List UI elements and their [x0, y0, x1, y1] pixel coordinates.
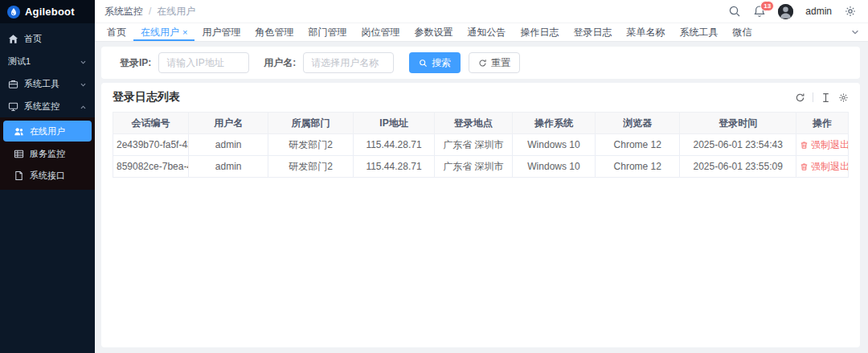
username-cell: admin: [189, 156, 268, 178]
sidebar-item-label: 测试1: [8, 55, 74, 68]
notification-bell-icon[interactable]: 13: [753, 5, 766, 18]
table-header-row: 会话编号 用户名 所属部门 IP地址 登录地点 操作系统 浏览器 登录时间 操作: [113, 113, 849, 134]
refresh-icon: [478, 59, 487, 68]
sidebar-item-label: 服务监控: [30, 148, 88, 160]
breadcrumb-item[interactable]: 系统监控: [104, 5, 143, 18]
tab-item[interactable]: 操作日志: [513, 23, 566, 41]
tab-item[interactable]: 角色管理: [248, 23, 301, 41]
top-bar: 系统监控 / 在线用户 13 admin: [95, 0, 868, 23]
brand-logo[interactable]: Agileboot: [0, 0, 95, 23]
column-header: 登录时间: [680, 113, 796, 134]
reset-button[interactable]: 重置: [469, 52, 520, 73]
tab-label: 操作日志: [520, 26, 559, 39]
toolbar-divider: [813, 92, 813, 102]
gear-icon[interactable]: [844, 5, 857, 18]
sidebar-item-system-tools[interactable]: 系统工具: [0, 72, 95, 95]
tab-label: 微信: [732, 26, 751, 39]
table-row: 2e439b70-fa5f-43... admin 研发部门2 115.44.2…: [113, 134, 849, 156]
tab-item[interactable]: 岗位管理: [354, 23, 407, 41]
force-logout-button[interactable]: 强制退出: [800, 160, 849, 174]
search-icon[interactable]: [728, 5, 741, 18]
login-ip-input[interactable]: [158, 52, 249, 73]
tab-label: 首页: [107, 26, 126, 39]
sidebar-item-system-api[interactable]: 系统接口: [0, 165, 95, 187]
action-cell: 强制退出: [796, 134, 848, 156]
tab-item[interactable]: 系统工具: [672, 23, 725, 41]
sidebar-item-system-monitor[interactable]: 系统监控: [0, 95, 95, 117]
search-button[interactable]: 搜索: [409, 52, 461, 73]
sidebar: Agileboot 首页 测试1 系统工具: [0, 0, 95, 353]
table-toolbar: [795, 92, 849, 103]
sidebar-item-online-users[interactable]: 在线用户: [3, 121, 92, 142]
department-cell: 研发部门2: [268, 156, 354, 178]
column-header: 操作: [796, 113, 848, 134]
search-icon: [419, 59, 428, 68]
sidebar-item-label: 系统监控: [24, 101, 74, 113]
tab-item[interactable]: 首页: [100, 23, 133, 41]
force-logout-button[interactable]: 强制退出: [800, 138, 849, 152]
tab-label: 角色管理: [255, 26, 293, 39]
card-title: 登录日志列表: [113, 90, 180, 105]
tab-label: 用户管理: [202, 26, 240, 39]
session-id-cell: 859082ce-7bea-4...: [113, 156, 189, 178]
force-logout-label: 强制退出: [811, 160, 849, 174]
login-log-table: 会话编号 用户名 所属部门 IP地址 登录地点 操作系统 浏览器 登录时间 操作: [113, 112, 849, 178]
column-header: 浏览器: [596, 113, 680, 134]
trash-icon: [800, 141, 809, 150]
search-form-card: 登录IP: 用户名: 搜索 重置: [101, 47, 860, 79]
chevron-down-icon: [80, 58, 87, 65]
tab-label: 系统工具: [679, 26, 718, 39]
username-select-input[interactable]: [303, 52, 394, 73]
username-label[interactable]: admin: [805, 6, 832, 17]
tab-item[interactable]: 部门管理: [301, 23, 354, 41]
login-ip-label: 登录IP:: [120, 56, 151, 70]
droplet-logo-icon: [7, 6, 20, 18]
tab-item-active[interactable]: 在线用户 ×: [133, 23, 194, 41]
table-row: 859082ce-7bea-4... admin 研发部门2 115.44.28…: [113, 156, 849, 178]
column-settings-gear-icon[interactable]: [838, 92, 849, 103]
location-cell: 广东省 深圳市: [434, 134, 512, 156]
tab-label: 部门管理: [308, 26, 346, 39]
sidebar-item-test1[interactable]: 测试1: [0, 50, 95, 72]
username-field-label: 用户名:: [264, 56, 296, 70]
document-icon: [14, 170, 24, 181]
ip-cell: 115.44.28.71: [354, 156, 435, 178]
tab-label: 参数设置: [414, 26, 452, 39]
tabbar-chevron-down-icon[interactable]: [850, 27, 860, 37]
tab-item[interactable]: 用户管理: [194, 23, 248, 41]
row-height-icon[interactable]: [821, 92, 831, 103]
tab-item[interactable]: 菜单名称: [619, 23, 672, 41]
chevron-down-icon: [80, 80, 87, 88]
tab-bar: 首页 在线用户 × 用户管理 角色管理 部门管理 岗位管理 参数设置 通知公告 …: [95, 23, 868, 42]
refresh-icon[interactable]: [795, 92, 805, 103]
location-cell: 广东省 深圳市: [434, 156, 512, 178]
toolbox-icon: [8, 79, 18, 89]
login-time-cell: 2025-06-01 23:55:09: [680, 156, 796, 178]
sidebar-item-service-monitor[interactable]: 服务监控: [0, 143, 95, 165]
browser-cell: Chrome 12: [596, 156, 680, 178]
breadcrumb-item-current: 在线用户: [157, 5, 195, 18]
tab-item[interactable]: 通知公告: [460, 23, 513, 41]
username-cell: admin: [189, 134, 268, 156]
os-cell: Windows 10: [512, 134, 595, 156]
login-time-cell: 2025-06-01 23:54:43: [680, 134, 796, 156]
sidebar-item-label: 首页: [24, 33, 87, 45]
action-cell: 强制退出: [796, 156, 848, 178]
tab-item[interactable]: 微信: [725, 23, 759, 41]
notification-badge: 13: [760, 1, 774, 11]
tab-item[interactable]: 参数设置: [407, 23, 460, 41]
sidebar-item-home[interactable]: 首页: [0, 27, 95, 50]
home-icon: [8, 34, 18, 44]
tab-label: 通知公告: [467, 26, 506, 39]
server-grid-icon: [14, 149, 24, 159]
search-button-label: 搜索: [432, 56, 451, 70]
monitor-icon: [8, 101, 18, 112]
login-log-card: 登录日志列表: [101, 83, 860, 347]
avatar[interactable]: [778, 4, 793, 19]
column-header: IP地址: [354, 113, 435, 134]
card-header: 登录日志列表: [113, 90, 849, 105]
tab-close-icon[interactable]: ×: [182, 28, 187, 37]
app-root: Agileboot 首页 测试1 系统工具: [0, 0, 868, 353]
tab-item[interactable]: 登录日志: [566, 23, 619, 41]
trash-icon: [800, 162, 809, 171]
